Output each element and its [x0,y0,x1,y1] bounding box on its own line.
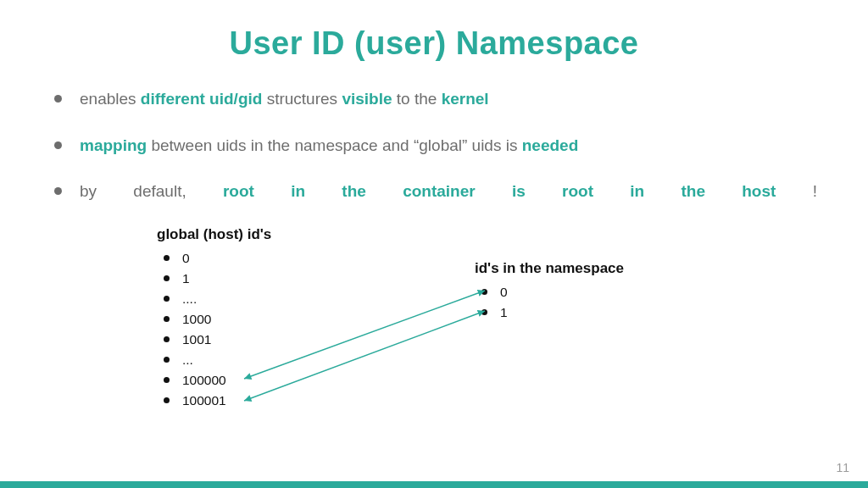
list-item: 1 [157,269,271,289]
list-item: 0 [157,248,271,269]
highlight-text: needed [522,136,579,154]
namespace-ids-list: 0 1 [475,282,624,323]
text: to the [392,90,442,108]
highlight-text: root [223,180,254,204]
global-ids-column: global (host) id's 0 1 .... 1000 1001 ..… [157,226,271,411]
highlight-text: in [291,180,305,204]
list-item: 1000 [157,309,271,330]
highlight-text: mapping [80,136,147,154]
slide: User ID (user) Namespace enables differe… [0,0,868,488]
bullet-item-3: by default, root in the container is roo… [51,180,817,204]
bullet-item-2: mapping between uids in the namespace an… [51,134,817,158]
bullet-item-1: enables different uid/gid structures vis… [51,87,817,112]
id-mapping-diagram: global (host) id's 0 1 .... 1000 1001 ..… [0,226,868,421]
arrow-icon [244,311,485,401]
highlight-text: different uid/gid [141,90,263,108]
list-item: ... [157,350,271,370]
text: structures [262,90,342,108]
text: default, [133,180,186,204]
mapping-arrows [0,226,868,480]
slide-title: User ID (user) Namespace [0,0,868,62]
footer-accent-bar [0,481,868,488]
list-item: .... [157,289,271,309]
highlight-text: is [512,180,526,204]
highlight-text: in [630,180,644,204]
highlight-text: the [342,180,366,204]
column-header: global (host) id's [157,226,271,243]
main-bullets: enables different uid/gid structures vis… [51,87,817,204]
highlight-text: host [742,180,776,204]
highlight-text: the [681,180,705,204]
list-item: 0 [475,282,624,302]
text: enables [80,90,141,108]
list-item: 100000 [157,370,271,391]
highlight-text: container [403,180,476,204]
page-number: 11 [836,461,849,474]
highlight-text: visible [342,90,392,108]
column-header: id's in the namespace [475,260,624,277]
highlight-text: root [562,180,593,204]
text: by [80,180,97,204]
list-item: 1 [475,302,624,323]
arrow-icon [244,291,485,379]
list-item: 100001 [157,391,271,411]
text: ! [813,180,817,204]
namespace-ids-column: id's in the namespace 0 1 [475,260,624,323]
text: between uids in the namespace and “globa… [147,136,522,154]
global-ids-list: 0 1 .... 1000 1001 ... 100000 100001 [157,248,271,411]
list-item: 1001 [157,330,271,350]
highlight-text: kernel [442,90,489,108]
